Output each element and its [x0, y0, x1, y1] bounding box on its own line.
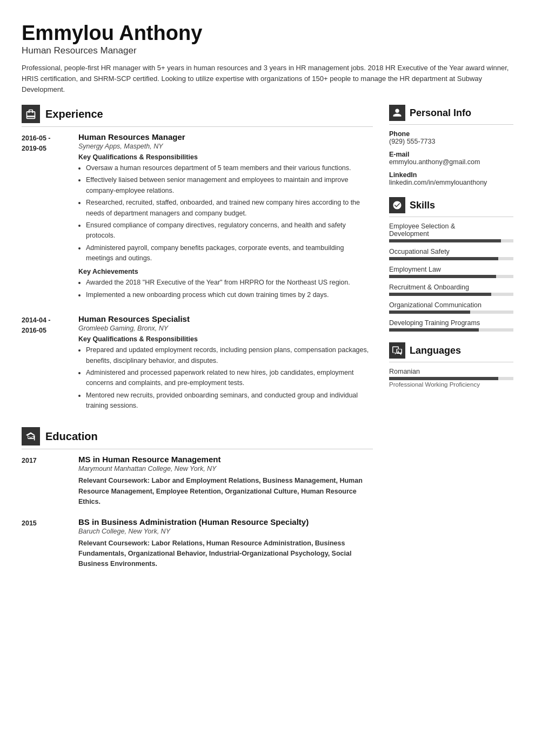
skill-bar-fill-5: [389, 328, 479, 332]
education-section: Education 2017 MS in Human Resource Mana…: [22, 427, 373, 569]
skill-bar-bg-4: [389, 310, 513, 314]
edu2-coursework: Relevant Coursework: Labor Relations, Hu…: [78, 538, 373, 570]
list-item: Prepared and updated employment records,…: [86, 345, 373, 366]
linkedin-value: linkedin.com/in/emmylouanthony: [389, 179, 513, 186]
right-column: Personal Info Phone (929) 555-7733 E-mai…: [389, 105, 513, 734]
resume-page: Emmylou Anthony Human Resources Manager …: [0, 0, 535, 756]
skill-name-1: Occupational Safety: [389, 248, 513, 255]
skill-bar-fill-4: [389, 310, 470, 314]
experience-section: Experience 2016-05 -2019-05 Human Resour…: [22, 105, 373, 415]
left-column: Experience 2016-05 -2019-05 Human Resour…: [22, 105, 373, 734]
skill-name-0: Employee Selection &Development: [389, 222, 513, 238]
list-item: Researched, recruited, staffed, onboarde…: [86, 198, 373, 219]
exp1-achievements-list: Awarded the 2018 "HR Executive of the Ye…: [78, 278, 373, 300]
edu1-title: MS in Human Resource Management: [78, 455, 373, 464]
experience-entry-1: 2016-05 -2019-05 Human Resources Manager…: [22, 132, 373, 305]
exp1-qualifications-list: Oversaw a human resources department of …: [78, 163, 373, 264]
edu1-school: Marymount Manhattan College, New York, N…: [78, 465, 373, 473]
exp2-qualifications-list: Prepared and updated employment records,…: [78, 345, 373, 411]
skill-bar-fill-3: [389, 293, 491, 296]
personal-info-title: Personal Info: [410, 107, 471, 119]
skill-item-4: Organizational Communication: [389, 301, 513, 314]
education-icon: [22, 427, 40, 446]
exp2-body: Human Resources Specialist Gromleeb Gami…: [78, 314, 373, 415]
experience-entry-2: 2014-04 -2016-05 Human Resources Special…: [22, 314, 373, 415]
skill-item-2: Employment Law: [389, 266, 513, 278]
experience-section-header: Experience: [22, 105, 373, 127]
lang-bar-fill-0: [389, 377, 498, 380]
lang-item-0: Romanian Professional Working Proficienc…: [389, 368, 513, 388]
skills-section: Skills Employee Selection &Development O…: [389, 197, 513, 332]
candidate-name: Emmylou Anthony: [22, 22, 513, 45]
edu2-date: 2015: [22, 517, 78, 570]
education-section-header: Education: [22, 427, 373, 449]
info-phone: Phone (929) 555-7733: [389, 130, 513, 145]
lang-name-0: Romanian: [389, 368, 513, 375]
exp2-company: Gromleeb Gaming, Bronx, NY: [78, 325, 373, 332]
edu2-body: BS in Business Administration (Human Res…: [78, 517, 373, 570]
list-item: Administered and processed paperwork rel…: [86, 368, 373, 389]
exp2-date: 2014-04 -2016-05: [22, 314, 78, 415]
info-email: E-mail emmylou.anthony@gmail.com: [389, 151, 513, 166]
edu2-school: Baruch College, New York, NY: [78, 528, 373, 535]
skill-name-3: Recruitment & Onboarding: [389, 284, 513, 291]
candidate-summary: Professional, people-first HR manager wi…: [22, 63, 513, 95]
education-entry-1: 2017 MS in Human Resource Management Mar…: [22, 455, 373, 507]
personal-info-section: Personal Info Phone (929) 555-7733 E-mai…: [389, 105, 513, 186]
list-item: Mentored new recruits, provided onboardi…: [86, 390, 373, 411]
skill-bar-bg-5: [389, 328, 513, 332]
lang-level-0: Professional Working Proficiency: [389, 381, 513, 388]
linkedin-label: LinkedIn: [389, 171, 513, 179]
exp2-qualifications-header: Key Qualifications & Responsibilities: [78, 335, 373, 343]
skill-bar-fill-2: [389, 275, 496, 278]
exp1-body: Human Resources Manager Synergy Apps, Ma…: [78, 132, 373, 305]
list-item: Administered payroll, company benefits p…: [86, 243, 373, 264]
edu1-date: 2017: [22, 455, 78, 507]
email-value: emmylou.anthony@gmail.com: [389, 158, 513, 166]
languages-section: Languages Romanian Professional Working …: [389, 342, 513, 388]
edu2-title: BS in Business Administration (Human Res…: [78, 517, 373, 526]
exp1-achievements-header: Key Achievements: [78, 268, 373, 275]
exp2-title: Human Resources Specialist: [78, 314, 373, 323]
edu1-coursework: Relevant Coursework: Labor and Employmen…: [78, 476, 373, 507]
skill-item-0: Employee Selection &Development: [389, 222, 513, 242]
phone-label: Phone: [389, 130, 513, 138]
exp1-title: Human Resources Manager: [78, 132, 373, 141]
list-item: Oversaw a human resources department of …: [86, 163, 373, 173]
languages-title: Languages: [410, 345, 461, 356]
edu1-body: MS in Human Resource Management Marymoun…: [78, 455, 373, 507]
skill-bar-bg-1: [389, 257, 513, 260]
email-label: E-mail: [389, 151, 513, 158]
candidate-title: Human Resources Manager: [22, 45, 513, 56]
skill-name-5: Developing Training Programs: [389, 319, 513, 327]
exp1-date: 2016-05 -2019-05: [22, 132, 78, 305]
skill-item-5: Developing Training Programs: [389, 319, 513, 332]
skills-header: Skills: [389, 197, 513, 217]
education-entry-2: 2015 BS in Business Administration (Huma…: [22, 517, 373, 570]
education-title: Education: [45, 430, 98, 443]
skills-title: Skills: [410, 200, 435, 211]
list-item: Awarded the 2018 "HR Executive of the Ye…: [86, 278, 373, 288]
exp1-qualifications-header: Key Qualifications & Responsibilities: [78, 153, 373, 161]
skill-bar-bg-2: [389, 275, 513, 278]
skill-bar-bg-0: [389, 239, 513, 242]
skill-bar-bg-3: [389, 293, 513, 296]
experience-title: Experience: [45, 108, 103, 120]
lang-bar-bg-0: [389, 377, 513, 380]
skill-item-3: Recruitment & Onboarding: [389, 284, 513, 296]
personal-info-header: Personal Info: [389, 105, 513, 125]
skill-name-2: Employment Law: [389, 266, 513, 273]
personal-info-icon: [389, 105, 405, 121]
experience-icon: [22, 105, 40, 123]
languages-icon: [389, 342, 405, 359]
edu1-coursework-label: Relevant Coursework:: [78, 477, 150, 484]
list-item: Effectively liaised between senior manag…: [86, 175, 373, 196]
list-item: Implemented a new onboarding process whi…: [86, 290, 373, 300]
skills-icon: [389, 197, 405, 213]
languages-header: Languages: [389, 342, 513, 362]
info-linkedin: LinkedIn linkedin.com/in/emmylouanthony: [389, 171, 513, 186]
main-content: Experience 2016-05 -2019-05 Human Resour…: [22, 105, 513, 734]
list-item: Ensured compliance of company directives…: [86, 220, 373, 241]
phone-value: (929) 555-7733: [389, 138, 513, 145]
skill-bar-fill-1: [389, 257, 498, 260]
